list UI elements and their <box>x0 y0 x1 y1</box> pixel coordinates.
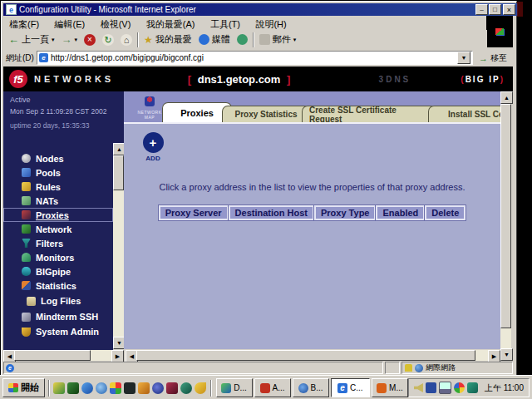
taskbar-task-5[interactable]: M... <box>372 378 408 397</box>
monitors-icon <box>22 253 31 262</box>
close-button[interactable]: × <box>503 4 515 15</box>
column-header-destination-host[interactable]: Destination Host <box>229 205 314 220</box>
network-map-icon <box>145 96 155 106</box>
taskbar-task-3[interactable]: B... <box>293 378 329 397</box>
sidebar-item-rules[interactable]: Rules <box>3 180 113 194</box>
sidebar-item-label: Nodes <box>36 154 64 164</box>
sidebar-item-label: Proxies <box>36 210 69 220</box>
sidebar-item-monitors[interactable]: Monitors <box>3 250 113 264</box>
refresh-button[interactable]: ↻ <box>99 32 117 48</box>
taskbar-task-2[interactable]: A... <box>254 378 291 397</box>
home-button[interactable]: ⌂ <box>117 32 135 48</box>
toolbar: ← 上一頁 ▾ → ▾ × ↻ ⌂ ★ 我的最愛 媒體 <box>3 30 487 49</box>
minimize-button[interactable]: – <box>475 4 488 15</box>
forward-button[interactable]: → ▾ <box>58 32 81 48</box>
tray-icon[interactable] <box>467 382 478 393</box>
ie-window: e Configuration Utility - Microsoft Inte… <box>1 1 517 376</box>
sidebar-vertical-scrollbar[interactable]: ▲ ▼ <box>113 143 124 349</box>
sidebar-item-label: Network <box>36 224 71 234</box>
sidebar-item-bigpipe[interactable]: BIGpipe <box>3 264 113 278</box>
tray-icon[interactable] <box>426 382 436 393</box>
pools-icon <box>22 168 31 177</box>
f5-logo-icon: f5 <box>9 70 27 88</box>
sidebar-horizontal-scrollbar[interactable]: ◀ ▶ <box>3 350 124 361</box>
network-map-button[interactable]: NETWORK MAP <box>134 95 165 120</box>
sidebar-item-label: Mindterm SSH <box>36 312 98 322</box>
taskbar-separator <box>210 380 212 397</box>
sidebar-item-proxies[interactable]: Proxies <box>3 208 113 222</box>
stop-button[interactable]: × <box>81 32 99 48</box>
task-icon <box>298 383 308 393</box>
quicklaunch-icon[interactable] <box>124 382 135 394</box>
quicklaunch-icon[interactable] <box>53 382 65 394</box>
sidebar-item-label: Log Files <box>41 296 81 306</box>
quicklaunch-icon[interactable] <box>110 382 121 394</box>
mail-button[interactable]: 郵件 ▾ <box>256 32 300 48</box>
taskbar: 開始 D... A... B... e C... M... <box>0 375 532 399</box>
main-vertical-scrollbar[interactable]: ▲ ▼ <box>500 91 511 361</box>
go-button[interactable]: → 移至 <box>475 52 510 65</box>
address-input[interactable]: e http://dns1.getop.com/bigipgui/bigconf… <box>37 51 473 65</box>
link-bigip[interactable]: (BIG IP) <box>461 75 505 84</box>
tab-install-ssl-certificate[interactable]: Install SSL Certif <box>428 106 500 122</box>
column-header-enabled[interactable]: Enabled <box>376 205 425 220</box>
column-header-delete[interactable]: Delete <box>425 205 466 220</box>
hostname-display: [ dns1.getop.com ] <box>188 73 291 86</box>
network-map-label: NETWORK MAP <box>134 110 165 120</box>
tray-icon[interactable] <box>454 382 465 393</box>
sidebar-item-statistics[interactable]: Statistics <box>3 278 113 293</box>
sidebar-item-log-files[interactable]: Log Files <box>3 293 113 309</box>
quicklaunch-icon[interactable] <box>96 382 107 394</box>
internet-zone-label: 網際網路 <box>426 362 456 373</box>
add-button[interactable]: + ADD <box>140 132 165 162</box>
column-header-proxy-server[interactable]: Proxy Server <box>159 205 229 220</box>
quicklaunch-icon[interactable] <box>138 382 150 394</box>
forward-icon: → <box>62 33 72 46</box>
sidebar-item-filters[interactable]: Filters <box>3 236 113 250</box>
media-button[interactable]: 媒體 <box>195 32 234 48</box>
quicklaunch-icon[interactable] <box>67 382 79 394</box>
history-button[interactable] <box>234 32 251 48</box>
display-settings-icon[interactable] <box>439 382 451 394</box>
sidebar-item-nodes[interactable]: Nodes <box>3 151 113 165</box>
home-icon: ⌂ <box>121 34 132 46</box>
system-datetime: Mon Sep 2 11:09:28 CST 2002 <box>10 107 113 116</box>
sidebar-item-pools[interactable]: Pools <box>3 165 113 180</box>
task-icon <box>377 383 387 393</box>
sidebar-item-system-admin[interactable]: System Admin <box>3 324 113 339</box>
address-dropdown-button[interactable]: ▼ <box>457 52 470 64</box>
sidebar-item-label: Pools <box>36 168 61 178</box>
sidebar-item-nats[interactable]: NATs <box>3 194 113 208</box>
tab-proxy-statistics[interactable]: Proxy Statistics <box>222 106 310 122</box>
sidebar-item-label: Statistics <box>36 281 76 291</box>
sidebar-item-label: Rules <box>36 182 61 192</box>
quicklaunch-icon[interactable] <box>195 382 206 394</box>
column-header-proxy-type[interactable]: Proxy Type <box>314 205 377 220</box>
media-label: 媒體 <box>212 33 230 46</box>
stop-icon: × <box>84 34 96 46</box>
internet-zone-icon <box>415 364 423 372</box>
bracket-right: ] <box>287 73 290 86</box>
taskbar-task-1[interactable]: D... <box>216 378 253 397</box>
add-icon: + <box>143 132 164 153</box>
quicklaunch-icon[interactable] <box>152 382 164 394</box>
title-bar[interactable]: e Configuration Utility - Microsoft Inte… <box>3 3 518 16</box>
main-horizontal-scrollbar[interactable]: ◀ ▶ <box>126 350 500 361</box>
taskbar-task-4-active[interactable]: e C... <box>331 378 370 397</box>
quicklaunch-icon[interactable] <box>166 382 178 394</box>
start-button[interactable]: 開始 <box>2 378 45 397</box>
task-label: D... <box>234 383 247 392</box>
link-3dns[interactable]: 3DNS <box>379 75 411 84</box>
tab-create-ssl-certificate-request[interactable]: Create SSL Certificate Request <box>302 106 436 122</box>
brand-header: f5 NETWORKS [ dns1.getop.com ] 3DNS (BIG… <box>3 66 513 91</box>
mindterm-ssh-icon <box>22 313 31 322</box>
sidebar-item-mindterm-ssh[interactable]: Mindterm SSH <box>3 309 113 324</box>
favorites-button[interactable]: ★ 我的最愛 <box>140 32 195 48</box>
quicklaunch-icon[interactable] <box>81 382 93 394</box>
maximize-button[interactable]: □ <box>489 4 501 15</box>
quicklaunch-icon[interactable] <box>180 382 192 394</box>
back-button[interactable]: ← 上一頁 ▾ <box>5 32 58 48</box>
volume-icon[interactable] <box>414 383 423 392</box>
taskbar-clock[interactable]: 上午 11:00 <box>485 382 524 394</box>
sidebar-item-network[interactable]: Network <box>3 222 113 236</box>
